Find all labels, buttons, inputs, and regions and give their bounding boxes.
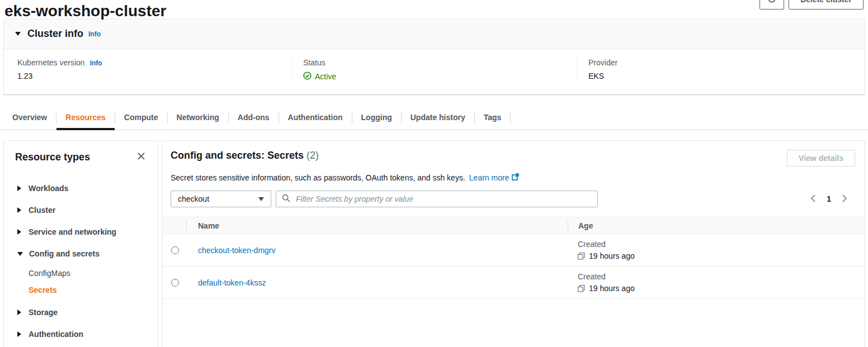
page-number[interactable]: 1: [827, 194, 831, 203]
age-column-header: Age: [568, 221, 864, 230]
age-value: 19 hours ago: [589, 284, 635, 293]
next-page-button[interactable]: [842, 194, 847, 204]
cluster-info-body: Kubernetes version Info 1.23 Status Acti…: [4, 49, 864, 94]
field-status: Status Active: [291, 58, 577, 82]
search-input[interactable]: [295, 194, 592, 204]
dropdown-caret-icon: [258, 197, 264, 201]
view-details-button[interactable]: View details: [787, 150, 855, 167]
sidebar-item-label: Config and secrets: [29, 249, 100, 258]
tab-update-history[interactable]: Update history: [402, 106, 474, 130]
kubernetes-version-info-link[interactable]: Info: [90, 59, 102, 67]
chevron-right-icon: [17, 229, 21, 235]
status-badge: Active: [303, 72, 577, 82]
search-icon: [282, 194, 290, 204]
copy-icon[interactable]: [578, 285, 585, 292]
row-radio-button[interactable]: [171, 246, 179, 254]
filter-dropdown[interactable]: checkout: [171, 191, 271, 207]
tab-logging[interactable]: Logging: [352, 106, 401, 130]
sidebar-item-label: Storage: [29, 308, 58, 317]
cluster-tabs: Overview Resources Compute Networking Ad…: [0, 106, 868, 130]
refresh-icon: [767, 0, 776, 5]
secrets-table: Name Age checkout-token-dmgrv Created 19…: [163, 217, 864, 299]
tab-add-ons[interactable]: Add-ons: [229, 106, 279, 130]
resource-types-title: Resource types: [15, 151, 90, 163]
header-actions: Delete cluster: [760, 0, 864, 9]
chevron-left-icon: [810, 194, 815, 204]
kubernetes-version-value: 1.23: [17, 72, 291, 80]
sidebar-item-label: Workloads: [29, 184, 68, 193]
close-icon: [137, 152, 145, 162]
secrets-panel: Config and secrets: Secrets (2) View det…: [162, 140, 865, 347]
age-cell: Created 19 hours ago: [568, 240, 864, 260]
tab-tags[interactable]: Tags: [475, 106, 511, 130]
pagination: 1: [810, 194, 855, 204]
panel-title-text: Config and secrets: Secrets: [171, 150, 304, 161]
close-panel-button[interactable]: [136, 151, 147, 163]
chevron-right-icon: [17, 331, 21, 337]
sidebar-item-authentication[interactable]: Authentication: [17, 324, 147, 345]
panel-description: Secret stores sensitive information, suc…: [171, 173, 465, 182]
age-created-label: Created: [578, 240, 864, 249]
copy-icon[interactable]: [578, 253, 585, 260]
sidebar-item-storage[interactable]: Storage: [17, 302, 147, 324]
secret-link[interactable]: checkout-token-dmgrv: [198, 246, 276, 255]
tab-compute[interactable]: Compute: [115, 106, 167, 130]
filter-dropdown-value: checkout: [178, 194, 209, 203]
page-title: eks-workshop-cluster: [4, 2, 166, 21]
tab-networking[interactable]: Networking: [168, 106, 228, 130]
table-header-row: Name Age: [163, 217, 864, 234]
sidebar-item-config-and-secrets[interactable]: Config and secrets: [17, 243, 147, 265]
table-row: checkout-token-dmgrv Created 19 hours ag…: [163, 234, 864, 267]
sidebar-item-secrets[interactable]: Secrets: [29, 282, 147, 298]
sidebar-item-label: Service and networking: [29, 227, 116, 236]
age-value: 19 hours ago: [589, 251, 635, 260]
chevron-right-icon: [17, 186, 21, 191]
search-box: [276, 191, 598, 207]
field-provider: Provider EKS: [577, 58, 864, 82]
sidebar-item-workloads[interactable]: Workloads: [17, 178, 147, 199]
secret-link[interactable]: default-token-4kssz: [198, 278, 266, 287]
sidebar-item-label: Cluster: [29, 206, 55, 215]
tab-divider: [510, 111, 511, 124]
collapse-caret-icon: [15, 32, 21, 36]
cluster-info-card: Cluster info Info Kubernetes version Inf…: [3, 18, 865, 94]
delete-cluster-button[interactable]: Delete cluster: [789, 0, 864, 9]
chevron-down-icon: [17, 252, 23, 256]
provider-label: Provider: [588, 58, 617, 67]
kubernetes-version-label: Kubernetes version: [17, 58, 85, 67]
age-created-label: Created: [578, 272, 864, 281]
tab-overview[interactable]: Overview: [3, 106, 56, 130]
previous-page-button[interactable]: [810, 194, 815, 204]
sidebar-item-label: Authentication: [29, 330, 83, 339]
field-kubernetes-version: Kubernetes version Info 1.23: [4, 58, 291, 82]
resource-types-panel: Resource types Workloads Cluster Service…: [3, 140, 158, 347]
row-radio-button[interactable]: [171, 279, 179, 287]
panel-count: (2): [306, 150, 319, 161]
status-value: Active: [315, 72, 336, 81]
cluster-info-info-link[interactable]: Info: [88, 30, 101, 38]
chevron-right-icon: [17, 207, 21, 213]
age-cell: Created 19 hours ago: [568, 272, 864, 293]
learn-more-link[interactable]: Learn more: [469, 173, 520, 182]
tab-resources[interactable]: Resources: [56, 106, 115, 130]
cluster-info-title: Cluster info: [27, 28, 83, 40]
tab-authentication[interactable]: Authentication: [279, 106, 352, 130]
name-column-header: Name: [187, 221, 568, 230]
status-label: Status: [303, 58, 326, 67]
resource-types-list: Workloads Cluster Service and networking…: [15, 178, 147, 347]
provider-value: EKS: [588, 72, 864, 80]
content-area: Resource types Workloads Cluster Service…: [3, 140, 865, 347]
cluster-info-header[interactable]: Cluster info Info: [4, 19, 864, 49]
sidebar-item-cluster[interactable]: Cluster: [17, 199, 147, 221]
sidebar-item-service-and-networking[interactable]: Service and networking: [17, 221, 147, 243]
panel-title: Config and secrets: Secrets (2): [171, 150, 319, 161]
refresh-button[interactable]: [760, 0, 784, 9]
status-active-icon: [303, 72, 312, 82]
external-link-icon: [512, 173, 519, 182]
chevron-right-icon: [17, 310, 21, 315]
page-header: eks-workshop-cluster Delete cluster: [4, 0, 864, 18]
learn-more-label: Learn more: [469, 173, 510, 182]
sidebar-item-configmaps[interactable]: ConfigMaps: [29, 265, 147, 282]
table-row: default-token-4kssz Created 19 hours ago: [163, 267, 864, 299]
chevron-right-icon: [842, 194, 847, 204]
